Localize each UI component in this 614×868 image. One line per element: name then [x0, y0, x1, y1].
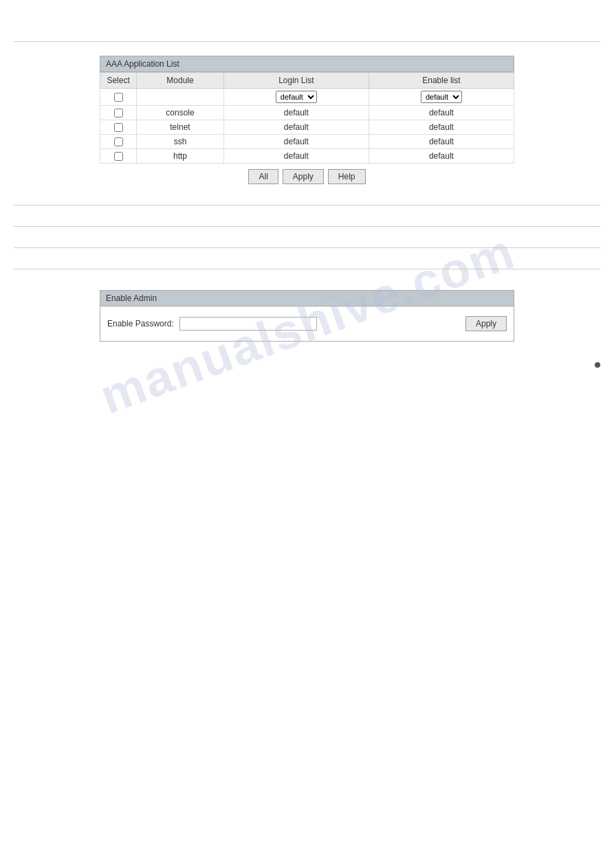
all-button[interactable]: All: [248, 169, 278, 184]
default-enable-select[interactable]: default: [421, 91, 462, 103]
bottom-nav: [0, 355, 614, 375]
apply-button[interactable]: Apply: [283, 169, 324, 184]
http-select-cell: [100, 149, 137, 164]
section-divider-1: [14, 205, 600, 205]
default-select-cell: [100, 89, 137, 106]
enable-admin-section: Enable Admin Enable Password: Apply: [100, 290, 514, 342]
aaa-table-title: AAA Application List: [100, 56, 514, 72]
console-login: default: [223, 106, 369, 120]
nav-dot: [595, 362, 600, 368]
telnet-module: telnet: [137, 120, 224, 135]
enable-admin-title: Enable Admin: [100, 290, 514, 307]
telnet-login: default: [223, 120, 369, 135]
ssh-login: default: [223, 135, 369, 149]
console-module: console: [137, 106, 224, 120]
table-row: http default default: [100, 149, 514, 164]
enable-admin-left: Enable Password:: [107, 317, 317, 331]
default-login-cell: default: [223, 89, 369, 106]
section-divider-3: [14, 247, 600, 248]
enable-admin-body: Enable Password: Apply: [100, 307, 514, 342]
enable-password-input[interactable]: [179, 317, 317, 331]
page-container: AAA Application List Select Module Login…: [0, 0, 614, 868]
col-select: Select: [100, 73, 137, 89]
col-login-list: Login List: [223, 73, 369, 89]
aaa-application-list-section: AAA Application List Select Module Login…: [100, 56, 514, 184]
col-enable-list: Enable list: [369, 73, 514, 89]
ssh-enable: default: [369, 135, 514, 149]
table-row: console default default: [100, 106, 514, 120]
enable-admin-apply-button[interactable]: Apply: [465, 316, 507, 331]
help-button[interactable]: Help: [328, 169, 366, 184]
telnet-enable: default: [369, 120, 514, 135]
http-login: default: [223, 149, 369, 164]
http-checkbox[interactable]: [114, 152, 123, 161]
table-row: ssh default default: [100, 135, 514, 149]
default-row: default default: [100, 89, 514, 106]
section-divider-2: [14, 226, 600, 227]
aaa-button-row: All Apply Help: [100, 169, 514, 184]
telnet-checkbox[interactable]: [114, 123, 123, 132]
table-row: telnet default default: [100, 120, 514, 135]
default-checkbox[interactable]: [114, 93, 123, 102]
console-enable: default: [369, 106, 514, 120]
default-enable-cell: default: [369, 89, 514, 106]
default-login-select[interactable]: default: [276, 91, 317, 103]
ssh-select-cell: [100, 135, 137, 149]
http-module: http: [137, 149, 224, 164]
ssh-module: ssh: [137, 135, 224, 149]
enable-password-label: Enable Password:: [107, 319, 174, 329]
console-select-cell: [100, 106, 137, 120]
default-module-cell: [137, 89, 224, 106]
section-divider-4: [14, 269, 600, 269]
console-checkbox[interactable]: [114, 109, 123, 118]
http-enable: default: [369, 149, 514, 164]
aaa-table: Select Module Login List Enable list: [100, 72, 514, 164]
top-divider: [14, 41, 600, 42]
ssh-checkbox[interactable]: [114, 137, 123, 146]
telnet-select-cell: [100, 120, 137, 135]
col-module: Module: [137, 73, 224, 89]
